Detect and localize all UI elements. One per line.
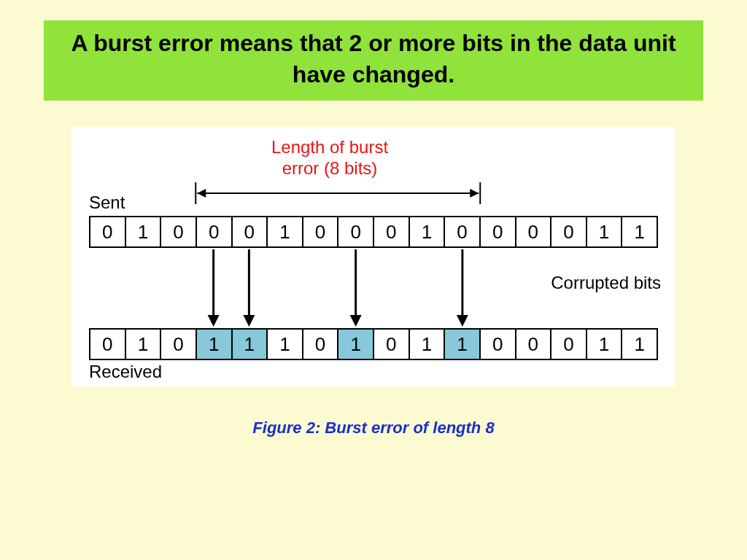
sent-bit-cell: 1: [410, 217, 446, 246]
received-bit-cell: 0: [374, 330, 410, 359]
received-bit-cell: 1: [197, 330, 233, 359]
corrupted-bits-label: Corrupted bits: [551, 273, 661, 293]
received-bit-cell: 0: [481, 330, 516, 359]
svg-marker-3: [197, 189, 206, 198]
svg-marker-10: [350, 315, 362, 327]
diagram-panel: Length of burst error (8 bits) Sent 0100…: [71, 127, 676, 386]
sent-bit-cell: 1: [622, 217, 657, 246]
sent-bit-cell: 0: [338, 217, 374, 246]
received-bit-cell: 1: [445, 330, 481, 359]
burst-length-label: Length of burst error (8 bits): [191, 137, 468, 179]
svg-marker-4: [470, 189, 479, 198]
sent-bit-cell: 0: [516, 217, 552, 246]
sent-bit-cell: 0: [90, 217, 126, 246]
sent-bit-cell: 1: [126, 217, 162, 246]
svg-marker-8: [243, 315, 255, 327]
received-bit-cell: 1: [338, 330, 374, 359]
svg-marker-6: [208, 315, 220, 327]
received-bit-cell: 0: [551, 330, 587, 359]
sent-bit-cell: 0: [481, 217, 516, 246]
received-bit-cell: 1: [587, 330, 623, 359]
arrow-gap: Corrupted bits: [89, 248, 658, 328]
sent-bit-cell: 0: [551, 217, 587, 246]
received-bit-cell: 1: [233, 330, 268, 359]
received-bit-cell: 1: [268, 330, 303, 359]
received-bit-cell: 0: [516, 330, 552, 359]
received-bit-cell: 0: [161, 330, 197, 359]
sent-bit-cell: 0: [445, 217, 481, 246]
figure-caption: Figure 2: Burst error of length 8: [0, 419, 747, 438]
title-text: A burst error means that 2 or more bits …: [71, 30, 676, 88]
sent-bit-cell: 0: [374, 217, 410, 246]
received-bit-cell: 1: [410, 330, 446, 359]
received-bit-cell: 0: [90, 330, 126, 359]
sent-bit-row: 0100010001000011: [89, 216, 658, 248]
received-bit-cell: 1: [622, 330, 657, 359]
sent-bit-cell: 0: [303, 217, 339, 246]
sent-bit-cell: 1: [268, 217, 303, 246]
burst-span-indicator: [89, 181, 658, 206]
burst-label-line2: error (8 bits): [282, 158, 378, 178]
svg-marker-12: [457, 315, 468, 327]
title-banner: A burst error means that 2 or more bits …: [44, 20, 703, 101]
received-bit-cell: 0: [303, 330, 339, 359]
sent-bit-cell: 0: [161, 217, 197, 246]
sent-bit-cell: 0: [233, 217, 268, 246]
sent-bit-cell: 0: [197, 217, 233, 246]
sent-bit-cell: 1: [587, 217, 623, 246]
burst-label-line1: Length of burst: [271, 137, 388, 157]
received-bit-cell: 1: [126, 330, 162, 359]
received-bit-row: 0101110101100011: [89, 328, 658, 360]
received-label: Received: [89, 362, 658, 382]
span-arrow-icon: [89, 181, 658, 206]
